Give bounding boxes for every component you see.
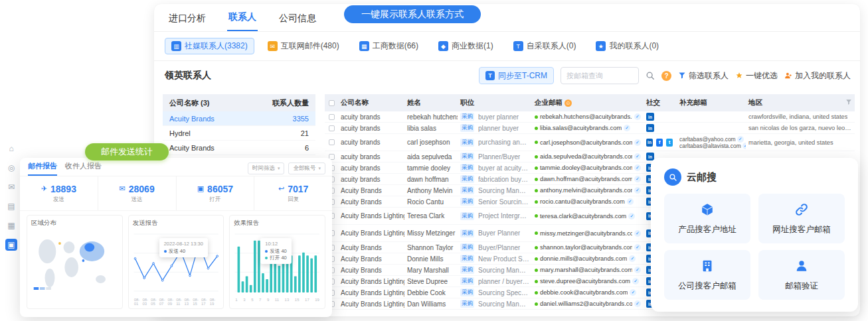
- name-cell: libia salas: [404, 125, 458, 132]
- email-stats-badge: 邮件发送统计: [85, 143, 169, 160]
- tcrm-icon: T: [485, 71, 495, 80]
- filter-contacts-button[interactable]: 筛选联系人: [678, 70, 729, 82]
- email-status-dot: [535, 166, 538, 170]
- company-cell: acuity brands: [338, 153, 404, 160]
- add-to-my-contacts-button[interactable]: 加入我的联系人: [784, 70, 851, 82]
- position-cell: 采购planner buyer: [458, 124, 532, 132]
- calendar-icon[interactable]: ▣: [5, 239, 17, 251]
- top-tab-1[interactable]: 联系人: [227, 4, 258, 31]
- one-key-select-button[interactable]: 一键优选: [735, 70, 778, 82]
- person-icon: [794, 259, 809, 276]
- email-cell: dawn.hoffman@acuitybrands.com✓: [532, 176, 644, 182]
- position-text: purchasing and sour...: [478, 139, 529, 146]
- email-quality-icon: ☺: [564, 99, 572, 107]
- name-cell: rebekah hutchens: [404, 113, 458, 121]
- region-filter-icon[interactable]: [845, 99, 852, 107]
- twitter-icon[interactable]: t: [666, 139, 673, 147]
- tooltip-text: 发送 40: [169, 248, 185, 255]
- cloud-card-2[interactable]: 公司搜客户邮箱: [664, 250, 750, 300]
- row-checkbox[interactable]: [329, 125, 335, 131]
- account-filter-select[interactable]: 全部账号▾: [288, 162, 325, 174]
- company-row[interactable]: Hydrel21: [163, 126, 315, 141]
- procurement-tag: 采购: [460, 300, 474, 308]
- cloud-search-panel: 云邮搜 产品搜客户地址网址搜客户邮箱公司搜客户邮箱邮箱验证: [651, 158, 858, 312]
- email-text: rocio.cantu@acuitybrands.com: [540, 198, 625, 205]
- filter-chip-0[interactable]: ▥社媒联系人(3382): [165, 38, 254, 54]
- filter-chip-1[interactable]: ✉互联网邮件(480): [261, 38, 346, 54]
- filter-chip-2[interactable]: ▦工商数据(66): [353, 38, 425, 54]
- cloud-card-1[interactable]: 网址搜客户邮箱: [758, 194, 845, 243]
- top-tab-0[interactable]: 进口分析: [167, 5, 207, 31]
- screen: 进口分析联系人公司信息 ▥社媒联系人(3382)✉互联网邮件(480)▦工商数据…: [0, 0, 868, 321]
- position-cell: 采购Sourcing Manager: [458, 300, 532, 308]
- table-row[interactable]: acuity brandslibia salas采购planner buyerl…: [325, 123, 855, 134]
- email-status-dot: [535, 155, 538, 159]
- time-filter-select[interactable]: 时间筛选▾: [248, 162, 285, 174]
- row-checkbox[interactable]: [329, 114, 335, 120]
- search-input[interactable]: [561, 67, 639, 84]
- cloud-card-0[interactable]: 产品搜客户地址: [664, 194, 750, 243]
- email-status-dot: [535, 189, 538, 192]
- chart-icon[interactable]: ▦: [5, 220, 17, 231]
- position-cell: 采购buyer planner: [458, 113, 532, 121]
- filter-chip-4[interactable]: T自采联系人(0): [507, 38, 583, 54]
- tooltip-title: 10:12: [265, 241, 286, 247]
- tooltip-dot: [265, 250, 268, 253]
- facebook-icon[interactable]: f: [656, 139, 663, 147]
- help-icon[interactable]: ?: [661, 71, 671, 81]
- social-cell: in: [644, 124, 677, 132]
- select-all-checkbox[interactable]: [329, 100, 335, 106]
- region-text: crawfordsville, indiana, united states: [748, 113, 847, 120]
- stats-header: 邮件报告收件人报告 时间筛选▾ 全部账号▾: [20, 158, 332, 176]
- compass-icon[interactable]: ◎: [5, 162, 17, 174]
- email-status-dot: [535, 115, 538, 119]
- procurement-tag: 采购: [460, 229, 474, 237]
- cloud-card-3[interactable]: 邮箱验证: [758, 250, 845, 300]
- contact-tip-badge: 一键展示联系人联系方式: [344, 5, 481, 23]
- filter-chip-label: 互联网邮件(480): [281, 40, 339, 52]
- filter-chip-3[interactable]: ◆商业数据(1): [432, 38, 500, 54]
- row-checkbox[interactable]: [329, 139, 335, 145]
- reply-stat: ↩7017回复: [254, 176, 332, 210]
- company-cell: Acuity Brands Lighting: [338, 300, 404, 308]
- table-row[interactable]: acuity brandsrebekah hutchens采购buyer pla…: [325, 111, 855, 123]
- table-row[interactable]: acuity brandscarl josephson采购purchasing …: [325, 134, 855, 151]
- send-stat: ✈18893发送: [20, 176, 98, 210]
- col-company: 公司名称: [341, 98, 369, 107]
- position-cell: 采购Sourcing Specialist: [458, 289, 532, 296]
- cloud-search-grid: 产品搜客户地址网址搜客户邮箱公司搜客户邮箱邮箱验证: [664, 194, 845, 300]
- email-text: debbie.cook@acuitybrands.com: [540, 289, 628, 296]
- chart-tooltip: 2022-08-12 13:30发送 40: [159, 238, 208, 257]
- company-col-header[interactable]: 公司名称 (3): [169, 98, 210, 108]
- filter-chip-5[interactable]: ★我的联系人(0): [589, 38, 665, 54]
- email-status-dot: [535, 141, 538, 144]
- filter-chip-label: 工商数据(66): [373, 40, 418, 52]
- top-tab-2[interactable]: 公司信息: [278, 5, 317, 31]
- chart-tooltip: 10:12发送 40打开 40: [260, 238, 291, 264]
- linkedin-icon[interactable]: in: [646, 113, 654, 121]
- sync-tcrm-button[interactable]: T 同步至T-CRM: [479, 67, 554, 84]
- company-cell: acuity brands: [338, 139, 404, 146]
- procurement-tag: 采购: [460, 212, 474, 220]
- company-row[interactable]: Acuity Brands6: [163, 141, 315, 155]
- email-cell: missy.metzinger@acuitybrands.com✓: [532, 230, 644, 237]
- company-row[interactable]: Acuity Brands3355: [163, 111, 315, 126]
- region-cell: marietta, georgia, united states: [746, 139, 855, 146]
- chart-title: 区域分布: [31, 219, 118, 227]
- document-icon[interactable]: ▤: [5, 200, 17, 212]
- stats-tab-0[interactable]: 邮件报告: [28, 161, 57, 176]
- position-text: Sourcing Manager: [478, 300, 529, 308]
- linkedin-icon[interactable]: in: [646, 139, 653, 147]
- search-icon[interactable]: [646, 71, 655, 80]
- home-icon[interactable]: ⌂: [5, 143, 17, 155]
- company-cell: acuity brands: [338, 164, 404, 172]
- position-text: Sourcing Specialist: [478, 289, 529, 296]
- position-text: Buyer/Planner: [478, 244, 520, 251]
- stats-controls: 时间筛选▾ 全部账号▾: [248, 162, 325, 174]
- position-text: buyer planner: [478, 113, 519, 121]
- stats-tab-1[interactable]: 收件人报告: [65, 161, 102, 176]
- email-text: donnie.mills@acuitybrands.com: [540, 255, 627, 262]
- mail-icon[interactable]: ✉: [5, 181, 17, 193]
- name-cell: tammie dooley: [404, 164, 458, 172]
- linkedin-icon[interactable]: in: [646, 124, 654, 132]
